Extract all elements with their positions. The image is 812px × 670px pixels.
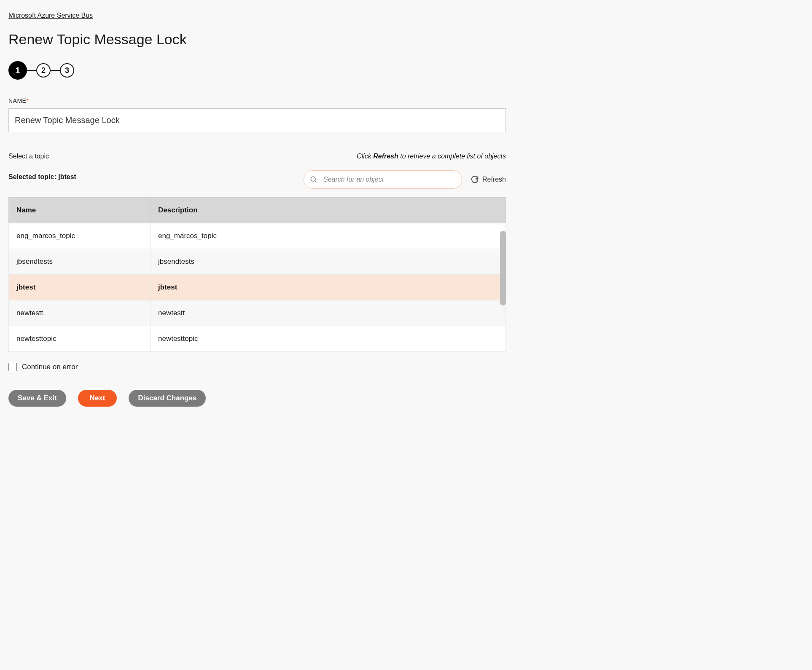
step-connector xyxy=(51,70,60,71)
hint-suffix: to retrieve a complete list of objects xyxy=(398,153,506,160)
col-header-description[interactable]: Description xyxy=(151,198,506,223)
select-topic-label: Select a topic xyxy=(8,153,49,160)
step-1[interactable]: 1 xyxy=(8,61,27,80)
continue-on-error-checkbox[interactable] xyxy=(8,363,17,371)
name-input[interactable] xyxy=(8,108,506,132)
table-row[interactable]: newtesttopicnewtesttopic xyxy=(9,326,506,352)
refresh-icon xyxy=(471,175,479,184)
refresh-hint: Click Refresh to retrieve a complete lis… xyxy=(357,153,506,160)
cell-description: eng_marcos_topic xyxy=(151,223,506,249)
table-row[interactable]: eng_marcos_topiceng_marcos_topic xyxy=(9,223,506,249)
table-row[interactable]: jbtestjbtest xyxy=(9,275,506,300)
name-field-label: NAME* xyxy=(8,97,506,104)
step-connector xyxy=(27,70,36,71)
selected-topic-prefix: Selected topic: xyxy=(8,173,58,180)
cell-name: eng_marcos_topic xyxy=(9,223,151,249)
search-icon xyxy=(309,175,318,184)
search-wrap xyxy=(304,170,462,189)
save-exit-button[interactable]: Save & Exit xyxy=(8,390,66,407)
table-row[interactable]: newtesttnewtestt xyxy=(9,300,506,326)
scrollbar-thumb[interactable] xyxy=(500,231,506,306)
col-header-name[interactable]: Name xyxy=(9,198,151,223)
topics-table-wrap: Name Description eng_marcos_topiceng_mar… xyxy=(8,197,506,352)
topics-table: Name Description eng_marcos_topiceng_mar… xyxy=(8,197,506,352)
wizard-stepper: 1 2 3 xyxy=(8,61,506,80)
cell-name: jbtest xyxy=(9,275,151,300)
cell-description: jbtest xyxy=(151,275,506,300)
breadcrumb-link[interactable]: Microsoft Azure Service Bus xyxy=(8,12,93,19)
svg-point-0 xyxy=(311,177,315,181)
hint-bold: Refresh xyxy=(373,153,398,160)
page-title: Renew Topic Message Lock xyxy=(8,31,506,48)
next-button[interactable]: Next xyxy=(78,390,117,407)
hint-prefix: Click xyxy=(357,153,373,160)
refresh-label: Refresh xyxy=(482,176,506,183)
search-input[interactable] xyxy=(304,170,462,189)
cell-description: newtestt xyxy=(151,300,506,326)
selected-topic-value: jbtest xyxy=(58,173,76,180)
selected-topic: Selected topic: jbtest xyxy=(8,173,76,181)
cell-description: jbsendtests xyxy=(151,249,506,275)
cell-name: newtesttopic xyxy=(9,326,151,352)
cell-name: newtestt xyxy=(9,300,151,326)
svg-line-1 xyxy=(315,181,317,182)
cell-name: jbsendtests xyxy=(9,249,151,275)
required-mark: * xyxy=(26,97,29,104)
continue-on-error-label[interactable]: Continue on error xyxy=(22,363,78,371)
step-3[interactable]: 3 xyxy=(60,63,74,78)
cell-description: newtesttopic xyxy=(151,326,506,352)
name-label-text: NAME xyxy=(8,97,26,104)
refresh-button[interactable]: Refresh xyxy=(471,175,506,184)
table-row[interactable]: jbsendtestsjbsendtests xyxy=(9,249,506,275)
step-2[interactable]: 2 xyxy=(36,63,51,78)
discard-button[interactable]: Discard Changes xyxy=(129,390,206,407)
